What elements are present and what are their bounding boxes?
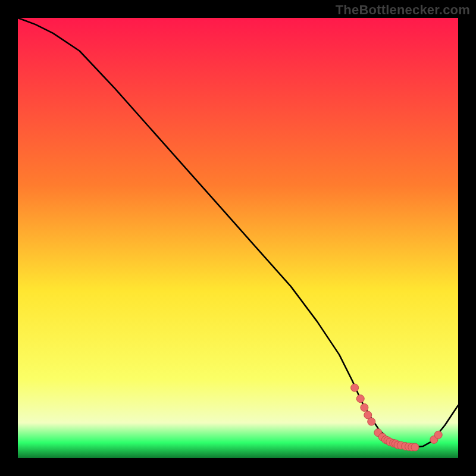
scatter-marker — [351, 384, 359, 392]
chart-svg — [18, 18, 458, 458]
gradient-background — [18, 18, 458, 458]
scatter-marker — [411, 443, 419, 451]
scatter-marker — [356, 395, 364, 403]
chart-frame: TheBottlenecker.com — [0, 0, 476, 476]
plot-area — [18, 18, 458, 458]
scatter-marker — [434, 431, 442, 439]
scatter-marker — [368, 418, 375, 425]
scatter-marker — [361, 403, 368, 411]
attribution-label: TheBottlenecker.com — [336, 2, 470, 18]
